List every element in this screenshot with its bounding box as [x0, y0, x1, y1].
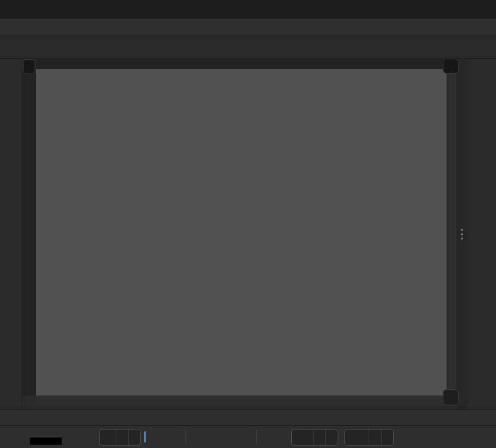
lock-guides-button[interactable]: [23, 59, 35, 74]
horizontal-scrollbar[interactable]: [36, 395, 447, 405]
layer-lock-button[interactable]: [169, 431, 182, 443]
palette-row: [0, 409, 496, 425]
statusbar-separator: [256, 429, 257, 444]
panel-gutter: [456, 59, 468, 409]
panel-grip-icon[interactable]: [460, 227, 464, 241]
palette-nav: [440, 410, 444, 425]
stroke-swatch[interactable]: [30, 437, 62, 445]
zoom-decrease-button[interactable]: [313, 429, 325, 445]
statusbar-separator: [185, 429, 186, 444]
menubar: [0, 19, 496, 36]
opacity-decrease-button[interactable]: [116, 429, 128, 445]
vertical-ruler[interactable]: [22, 69, 36, 395]
rotation-increase-button[interactable]: [381, 429, 393, 445]
node-tool-controls-bar: [0, 36, 496, 59]
titlebar: [0, 0, 496, 19]
layer-color-indicator: [144, 431, 146, 442]
toolbox: [0, 59, 22, 409]
vertical-scrollbar[interactable]: [447, 69, 456, 395]
commands-bar: [468, 59, 496, 409]
rotation-decrease-button[interactable]: [369, 429, 381, 445]
color-palette: [0, 410, 440, 425]
layer-indicator[interactable]: [144, 431, 182, 443]
main-area: [0, 59, 496, 409]
zoom-increase-button[interactable]: [325, 429, 338, 445]
statusbar: [0, 425, 496, 448]
rotation-spinbox[interactable]: [344, 429, 394, 446]
zoom-1-1-button[interactable]: [443, 59, 459, 74]
horizontal-ruler[interactable]: [36, 59, 447, 69]
color-managed-view-button[interactable]: [443, 389, 459, 405]
fill-stroke-indicator[interactable]: [2, 429, 93, 446]
canvas[interactable]: [36, 69, 447, 395]
opacity-spinbox[interactable]: [99, 429, 141, 446]
zoom-spinbox[interactable]: [291, 429, 338, 446]
layer-visibility-button[interactable]: [153, 431, 166, 443]
opacity-increase-button[interactable]: [128, 429, 140, 445]
